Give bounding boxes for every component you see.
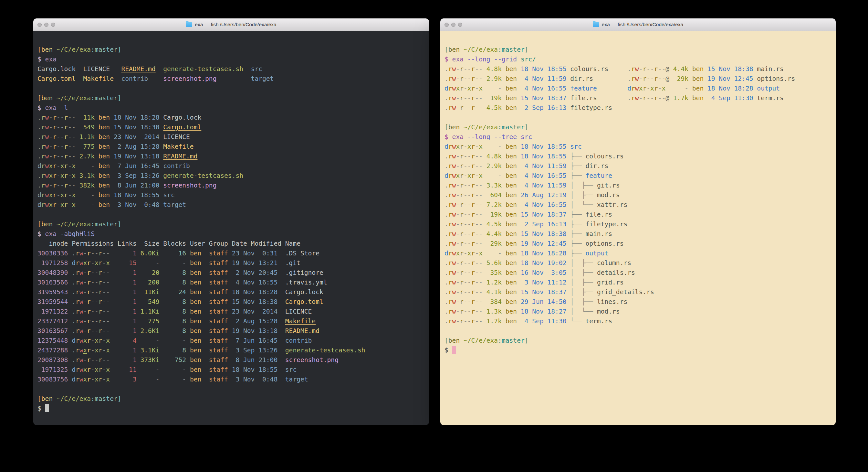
permission-bits: x	[60, 172, 64, 179]
permission-bits: -	[464, 143, 467, 150]
text-run: Makefile	[285, 318, 316, 325]
minimize-button[interactable]	[44, 23, 49, 27]
text-run: 4 Nov 16:55	[521, 85, 570, 92]
text-run: ├──	[570, 240, 585, 247]
zoom-button[interactable]	[458, 23, 462, 27]
permission-bits: r	[64, 114, 68, 121]
text-run: $	[444, 133, 452, 141]
permission-bits: -	[639, 65, 643, 73]
zoom-button[interactable]	[51, 23, 55, 27]
permission-bits: -	[479, 104, 483, 112]
permission-bits: -	[464, 172, 467, 179]
text-run: ben	[98, 182, 114, 189]
terminal-line: [ben ~/C/e/exa:master]	[444, 122, 833, 132]
text-run: 8	[163, 298, 190, 305]
text-run: generate-testcases.sh	[285, 347, 365, 354]
title-bar[interactable]: exa — fish /Users/ben/Code/exa/exa	[440, 19, 836, 31]
terminal-cursor	[45, 404, 49, 412]
permission-bits: r	[654, 85, 658, 92]
minimize-button[interactable]	[451, 23, 456, 27]
text-run: ben	[190, 279, 209, 286]
text-run: ben	[692, 85, 708, 92]
text-run: 19 Nov 13:21	[232, 259, 285, 267]
permission-bits: -	[467, 240, 471, 247]
text-run: 1	[110, 249, 140, 257]
text-run: 3 Nov 0:48	[232, 376, 285, 383]
permission-bits: r	[471, 162, 475, 170]
permission-bits: x	[456, 172, 460, 179]
permission-bits: -	[83, 308, 87, 315]
permission-bits: w	[80, 337, 83, 344]
text-run: 15 Nov 18:38	[114, 123, 163, 131]
text-run: 18 Nov 18:28	[708, 85, 757, 92]
terminal-screen[interactable]: [ben ~/C/e/exa:master]$ exaCargo.lock LI…	[33, 31, 429, 425]
permission-bits: .	[444, 279, 448, 286]
permission-bits: r	[448, 308, 452, 315]
permission-bits: r	[75, 366, 80, 374]
permission-bits: x	[456, 249, 460, 257]
permission-bits: -	[479, 298, 483, 305]
text-run: │ ├──	[570, 269, 597, 276]
permission-bits: -	[72, 123, 75, 131]
terminal-line: 30163566 .rw-r--r-- 1 200 8 ben staff 4 …	[37, 278, 426, 287]
permission-bits: r	[98, 308, 102, 315]
permission-bits: -	[479, 288, 483, 296]
text-run: ben	[505, 191, 521, 199]
text-run: ben	[505, 318, 521, 325]
permission-bits: -	[475, 279, 479, 286]
title-bar[interactable]: exa — fish /Users/ben/Code/exa/exa	[33, 19, 429, 31]
text-run: ben	[98, 153, 114, 160]
terminal-line: .rw-r--r-- 2.9k ben 4 Nov 11:59 dir.rs .…	[444, 74, 833, 84]
permission-bits: -	[464, 249, 467, 257]
text-run: src	[251, 65, 262, 73]
text-run: 24377288	[37, 347, 72, 354]
text-run: 2.7k	[75, 153, 98, 160]
text-run: staff	[209, 366, 232, 374]
permission-bits: .	[444, 230, 448, 238]
text-run: ben	[505, 288, 521, 296]
terminal-screen[interactable]: [ben ~/C/e/exa:master]$ exa --long --gri…	[440, 31, 836, 425]
text-run: 3 Nov 0:48	[114, 201, 163, 208]
text-run: 4 Nov 11:59	[521, 162, 570, 170]
permission-bits: -	[102, 318, 106, 325]
permission-bits: -	[467, 162, 471, 170]
text-run: 19 Nov 13:18	[232, 327, 285, 334]
permission-bits: -	[467, 318, 471, 325]
permission-bits: x	[60, 201, 64, 208]
close-button[interactable]	[37, 23, 42, 27]
permission-bits: w	[45, 182, 49, 189]
permission-bits: r	[98, 366, 102, 374]
text-run: ben	[505, 259, 521, 267]
permission-bits: w	[45, 201, 49, 208]
permission-bits: -	[72, 133, 75, 141]
close-button[interactable]	[444, 23, 449, 27]
text-run: 4.8k	[483, 65, 505, 73]
terminal-line: 1971322 .rw-r--r-- 1 1.1Ki 8 ben staff 2…	[37, 307, 426, 317]
permission-bits: -	[464, 182, 467, 189]
permission-bits: .	[37, 133, 41, 141]
text-run: 2 Nov 20:45	[232, 269, 285, 276]
permission-bits: w	[635, 75, 639, 83]
permission-bits: -	[57, 201, 60, 208]
text-run: Cargo.toml	[37, 75, 75, 83]
permission-bits: -	[456, 104, 460, 112]
text-run: 18 Nov 18:27	[521, 308, 570, 315]
text-run	[608, 65, 627, 73]
terminal-line: [ben ~/C/e/exa:master]	[37, 93, 426, 103]
permission-bits: .	[444, 94, 448, 102]
permission-bits: r	[53, 143, 57, 150]
text-run: │ ├──	[570, 298, 597, 305]
permission-bits: r	[460, 211, 464, 218]
permission-bits: r	[631, 65, 635, 73]
permission-bits: r	[87, 347, 91, 354]
text-run: 18 Nov 18:55	[521, 153, 570, 160]
text-run: 19 Nov 13:18	[114, 153, 163, 160]
permission-bits: w	[80, 347, 83, 354]
permission-bits: w	[452, 259, 456, 267]
terminal-line: .rw-r--r-- 4.5k ben 2 Sep 16:13 filetype…	[444, 103, 833, 113]
text-run: 4	[110, 337, 140, 344]
permission-bits: -	[106, 288, 110, 296]
permission-bits: @	[665, 65, 669, 73]
permission-bits: r	[448, 191, 452, 199]
text-run: └──	[570, 318, 585, 325]
